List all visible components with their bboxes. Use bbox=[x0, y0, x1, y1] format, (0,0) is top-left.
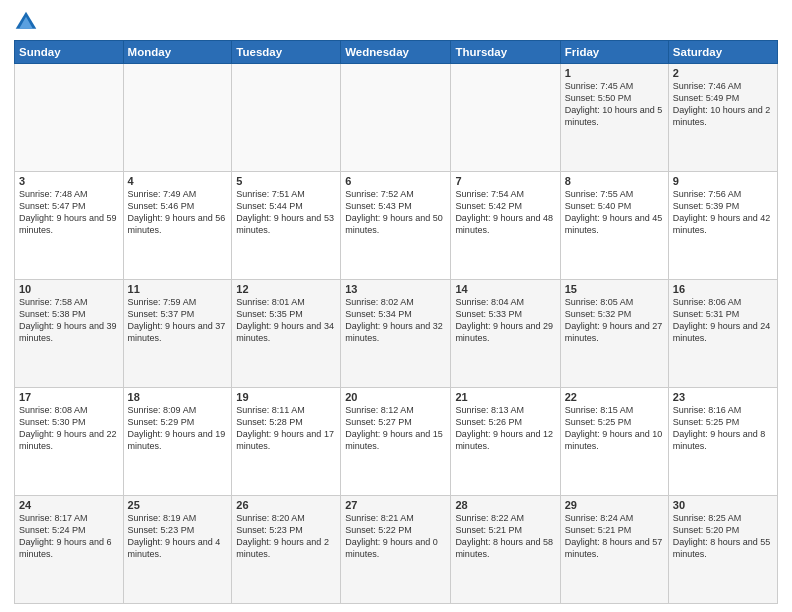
day-cell-2: 2Sunrise: 7:46 AM Sunset: 5:49 PM Daylig… bbox=[668, 64, 777, 172]
day-cell-24: 24Sunrise: 8:17 AM Sunset: 5:24 PM Dayli… bbox=[15, 496, 124, 604]
header-cell-sunday: Sunday bbox=[15, 41, 124, 64]
day-info: Sunrise: 8:05 AM Sunset: 5:32 PM Dayligh… bbox=[565, 296, 664, 345]
day-info: Sunrise: 8:25 AM Sunset: 5:20 PM Dayligh… bbox=[673, 512, 773, 561]
day-info: Sunrise: 8:08 AM Sunset: 5:30 PM Dayligh… bbox=[19, 404, 119, 453]
day-number: 24 bbox=[19, 499, 119, 511]
day-number: 16 bbox=[673, 283, 773, 295]
week-row-4: 24Sunrise: 8:17 AM Sunset: 5:24 PM Dayli… bbox=[15, 496, 778, 604]
day-cell-20: 20Sunrise: 8:12 AM Sunset: 5:27 PM Dayli… bbox=[341, 388, 451, 496]
logo-icon bbox=[14, 10, 38, 34]
day-info: Sunrise: 7:52 AM Sunset: 5:43 PM Dayligh… bbox=[345, 188, 446, 237]
day-cell-30: 30Sunrise: 8:25 AM Sunset: 5:20 PM Dayli… bbox=[668, 496, 777, 604]
day-number: 23 bbox=[673, 391, 773, 403]
day-info: Sunrise: 7:48 AM Sunset: 5:47 PM Dayligh… bbox=[19, 188, 119, 237]
day-number: 27 bbox=[345, 499, 446, 511]
day-cell-12: 12Sunrise: 8:01 AM Sunset: 5:35 PM Dayli… bbox=[232, 280, 341, 388]
day-cell-17: 17Sunrise: 8:08 AM Sunset: 5:30 PM Dayli… bbox=[15, 388, 124, 496]
day-info: Sunrise: 7:49 AM Sunset: 5:46 PM Dayligh… bbox=[128, 188, 228, 237]
day-number: 1 bbox=[565, 67, 664, 79]
day-info: Sunrise: 8:11 AM Sunset: 5:28 PM Dayligh… bbox=[236, 404, 336, 453]
day-info: Sunrise: 7:45 AM Sunset: 5:50 PM Dayligh… bbox=[565, 80, 664, 129]
day-number: 19 bbox=[236, 391, 336, 403]
header-cell-thursday: Thursday bbox=[451, 41, 560, 64]
page: SundayMondayTuesdayWednesdayThursdayFrid… bbox=[0, 0, 792, 612]
day-number: 17 bbox=[19, 391, 119, 403]
day-cell-25: 25Sunrise: 8:19 AM Sunset: 5:23 PM Dayli… bbox=[123, 496, 232, 604]
week-row-2: 10Sunrise: 7:58 AM Sunset: 5:38 PM Dayli… bbox=[15, 280, 778, 388]
calendar-header-row: SundayMondayTuesdayWednesdayThursdayFrid… bbox=[15, 41, 778, 64]
day-cell-18: 18Sunrise: 8:09 AM Sunset: 5:29 PM Dayli… bbox=[123, 388, 232, 496]
day-info: Sunrise: 7:55 AM Sunset: 5:40 PM Dayligh… bbox=[565, 188, 664, 237]
day-cell-22: 22Sunrise: 8:15 AM Sunset: 5:25 PM Dayli… bbox=[560, 388, 668, 496]
day-number: 20 bbox=[345, 391, 446, 403]
day-number: 13 bbox=[345, 283, 446, 295]
day-cell-23: 23Sunrise: 8:16 AM Sunset: 5:25 PM Dayli… bbox=[668, 388, 777, 496]
day-cell-7: 7Sunrise: 7:54 AM Sunset: 5:42 PM Daylig… bbox=[451, 172, 560, 280]
day-number: 5 bbox=[236, 175, 336, 187]
calendar-body: 1Sunrise: 7:45 AM Sunset: 5:50 PM Daylig… bbox=[15, 64, 778, 604]
day-cell-empty bbox=[123, 64, 232, 172]
day-cell-26: 26Sunrise: 8:20 AM Sunset: 5:23 PM Dayli… bbox=[232, 496, 341, 604]
day-info: Sunrise: 7:58 AM Sunset: 5:38 PM Dayligh… bbox=[19, 296, 119, 345]
week-row-1: 3Sunrise: 7:48 AM Sunset: 5:47 PM Daylig… bbox=[15, 172, 778, 280]
day-info: Sunrise: 8:04 AM Sunset: 5:33 PM Dayligh… bbox=[455, 296, 555, 345]
day-number: 25 bbox=[128, 499, 228, 511]
week-row-3: 17Sunrise: 8:08 AM Sunset: 5:30 PM Dayli… bbox=[15, 388, 778, 496]
day-info: Sunrise: 8:06 AM Sunset: 5:31 PM Dayligh… bbox=[673, 296, 773, 345]
day-cell-11: 11Sunrise: 7:59 AM Sunset: 5:37 PM Dayli… bbox=[123, 280, 232, 388]
day-cell-9: 9Sunrise: 7:56 AM Sunset: 5:39 PM Daylig… bbox=[668, 172, 777, 280]
day-number: 4 bbox=[128, 175, 228, 187]
header-cell-tuesday: Tuesday bbox=[232, 41, 341, 64]
day-cell-empty bbox=[341, 64, 451, 172]
day-number: 7 bbox=[455, 175, 555, 187]
header-cell-wednesday: Wednesday bbox=[341, 41, 451, 64]
day-cell-21: 21Sunrise: 8:13 AM Sunset: 5:26 PM Dayli… bbox=[451, 388, 560, 496]
day-info: Sunrise: 7:54 AM Sunset: 5:42 PM Dayligh… bbox=[455, 188, 555, 237]
day-cell-27: 27Sunrise: 8:21 AM Sunset: 5:22 PM Dayli… bbox=[341, 496, 451, 604]
day-info: Sunrise: 8:13 AM Sunset: 5:26 PM Dayligh… bbox=[455, 404, 555, 453]
day-cell-28: 28Sunrise: 8:22 AM Sunset: 5:21 PM Dayli… bbox=[451, 496, 560, 604]
day-cell-empty bbox=[232, 64, 341, 172]
day-number: 30 bbox=[673, 499, 773, 511]
day-number: 26 bbox=[236, 499, 336, 511]
day-number: 18 bbox=[128, 391, 228, 403]
day-cell-15: 15Sunrise: 8:05 AM Sunset: 5:32 PM Dayli… bbox=[560, 280, 668, 388]
day-cell-3: 3Sunrise: 7:48 AM Sunset: 5:47 PM Daylig… bbox=[15, 172, 124, 280]
day-info: Sunrise: 8:21 AM Sunset: 5:22 PM Dayligh… bbox=[345, 512, 446, 561]
day-cell-29: 29Sunrise: 8:24 AM Sunset: 5:21 PM Dayli… bbox=[560, 496, 668, 604]
day-cell-19: 19Sunrise: 8:11 AM Sunset: 5:28 PM Dayli… bbox=[232, 388, 341, 496]
day-number: 12 bbox=[236, 283, 336, 295]
day-info: Sunrise: 8:12 AM Sunset: 5:27 PM Dayligh… bbox=[345, 404, 446, 453]
day-number: 2 bbox=[673, 67, 773, 79]
day-cell-empty bbox=[451, 64, 560, 172]
day-info: Sunrise: 8:22 AM Sunset: 5:21 PM Dayligh… bbox=[455, 512, 555, 561]
day-number: 8 bbox=[565, 175, 664, 187]
day-info: Sunrise: 8:17 AM Sunset: 5:24 PM Dayligh… bbox=[19, 512, 119, 561]
header bbox=[14, 10, 778, 34]
day-cell-5: 5Sunrise: 7:51 AM Sunset: 5:44 PM Daylig… bbox=[232, 172, 341, 280]
header-cell-friday: Friday bbox=[560, 41, 668, 64]
day-info: Sunrise: 8:16 AM Sunset: 5:25 PM Dayligh… bbox=[673, 404, 773, 453]
day-info: Sunrise: 8:24 AM Sunset: 5:21 PM Dayligh… bbox=[565, 512, 664, 561]
day-info: Sunrise: 7:59 AM Sunset: 5:37 PM Dayligh… bbox=[128, 296, 228, 345]
day-cell-14: 14Sunrise: 8:04 AM Sunset: 5:33 PM Dayli… bbox=[451, 280, 560, 388]
day-number: 10 bbox=[19, 283, 119, 295]
day-number: 6 bbox=[345, 175, 446, 187]
day-cell-16: 16Sunrise: 8:06 AM Sunset: 5:31 PM Dayli… bbox=[668, 280, 777, 388]
header-cell-monday: Monday bbox=[123, 41, 232, 64]
day-info: Sunrise: 7:56 AM Sunset: 5:39 PM Dayligh… bbox=[673, 188, 773, 237]
day-info: Sunrise: 8:01 AM Sunset: 5:35 PM Dayligh… bbox=[236, 296, 336, 345]
day-cell-13: 13Sunrise: 8:02 AM Sunset: 5:34 PM Dayli… bbox=[341, 280, 451, 388]
day-info: Sunrise: 8:19 AM Sunset: 5:23 PM Dayligh… bbox=[128, 512, 228, 561]
day-cell-empty bbox=[15, 64, 124, 172]
day-cell-8: 8Sunrise: 7:55 AM Sunset: 5:40 PM Daylig… bbox=[560, 172, 668, 280]
day-info: Sunrise: 7:46 AM Sunset: 5:49 PM Dayligh… bbox=[673, 80, 773, 129]
day-info: Sunrise: 7:51 AM Sunset: 5:44 PM Dayligh… bbox=[236, 188, 336, 237]
day-cell-10: 10Sunrise: 7:58 AM Sunset: 5:38 PM Dayli… bbox=[15, 280, 124, 388]
day-info: Sunrise: 8:02 AM Sunset: 5:34 PM Dayligh… bbox=[345, 296, 446, 345]
day-number: 3 bbox=[19, 175, 119, 187]
day-number: 22 bbox=[565, 391, 664, 403]
calendar-table: SundayMondayTuesdayWednesdayThursdayFrid… bbox=[14, 40, 778, 604]
day-number: 11 bbox=[128, 283, 228, 295]
day-cell-6: 6Sunrise: 7:52 AM Sunset: 5:43 PM Daylig… bbox=[341, 172, 451, 280]
